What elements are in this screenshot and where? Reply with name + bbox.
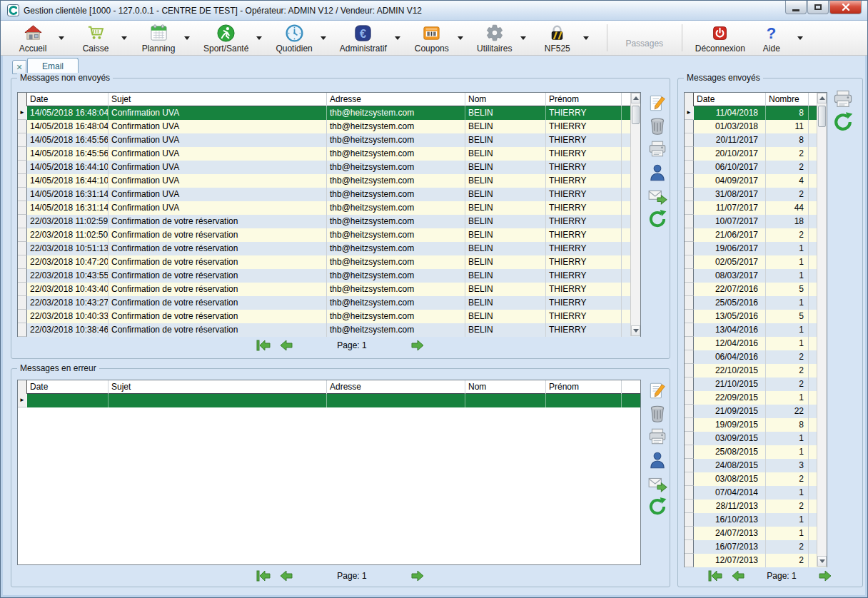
administratif-dropdown-arrow[interactable] [391, 21, 404, 55]
table-row[interactable]: 14/05/2018 16:31:14Confirmation UVAthb@h… [18, 201, 640, 215]
toolbar-coupons-button[interactable]: Coupons [410, 21, 454, 55]
table-row[interactable]: 22/07/20165 [685, 283, 827, 296]
table-row[interactable]: 22/03/2018 11:02:59Confirmation de votre… [18, 215, 640, 228]
table-row[interactable]: 13/04/20161 [685, 323, 827, 337]
first-page-button[interactable] [254, 338, 273, 353]
column-header[interactable]: Date [27, 93, 108, 106]
table-row[interactable]: 14/05/2018 16:45:56Confirmation UVAthb@h… [18, 147, 640, 161]
prev-page-button[interactable] [729, 568, 747, 584]
table-row[interactable]: 16/10/20131 [685, 513, 827, 527]
column-header[interactable]: Adresse [327, 380, 465, 394]
table-row[interactable]: ►11/04/20188 [685, 106, 827, 120]
prev-page-button[interactable] [277, 568, 296, 584]
table-row[interactable]: 01/03/201811 [685, 120, 827, 133]
column-header[interactable]: Nom [465, 93, 546, 106]
print-button[interactable] [832, 88, 854, 110]
toolbar-sport-sante-button[interactable]: Sport/Santé [199, 21, 253, 55]
scroll-down-button[interactable] [817, 556, 827, 567]
table-row[interactable]: 06/04/20162 [685, 350, 827, 364]
planning-dropdown-arrow[interactable] [181, 21, 193, 55]
table-row[interactable]: 10/07/201718 [685, 215, 827, 228]
table-row[interactable]: 19/06/20171 [685, 242, 827, 255]
table-row[interactable]: 22/10/20152 [685, 364, 827, 377]
caisse-dropdown-arrow[interactable] [118, 21, 131, 55]
toolbar-administratif-button[interactable]: € Administratif [335, 21, 391, 55]
table-row[interactable]: 22/03/2018 10:47:20Confirmation de votre… [18, 255, 640, 269]
close-button[interactable] [829, 1, 862, 14]
next-page-button[interactable] [816, 568, 834, 584]
table-row[interactable]: ►14/05/2018 16:48:04Confirmation UVAthb@… [18, 106, 640, 120]
table-row[interactable]: 13/05/20165 [685, 310, 827, 323]
scroll-up-button[interactable] [631, 93, 640, 103]
quotidien-dropdown-arrow[interactable] [317, 21, 330, 55]
column-header[interactable]: Nom [465, 380, 546, 394]
table-row[interactable]: 02/05/20171 [685, 255, 827, 269]
table-row[interactable]: 03/08/20152 [685, 472, 827, 486]
refresh-button[interactable] [647, 208, 668, 230]
table-row[interactable]: 22/03/2018 11:02:50Confirmation de votre… [18, 228, 640, 242]
table-row[interactable]: 22/03/2018 10:40:33Confirmation de votre… [18, 310, 640, 323]
table-row[interactable]: 22/03/2018 10:43:40Confirmation de votre… [18, 283, 640, 296]
table-row[interactable]: 31/08/20172 [685, 188, 827, 201]
maximize-button[interactable] [807, 1, 829, 14]
first-page-button[interactable] [254, 568, 273, 584]
prev-page-button[interactable] [277, 338, 296, 353]
minimize-button[interactable] [785, 1, 807, 14]
scroll-down-button[interactable] [631, 325, 640, 336]
tab-email[interactable]: Email [27, 58, 79, 74]
table-row[interactable]: 12/04/20161 [685, 337, 827, 350]
table-row[interactable]: 22/03/2018 10:51:13Confirmation de votre… [18, 242, 640, 255]
first-page-button[interactable] [706, 568, 725, 584]
scroll-thumb[interactable] [818, 106, 826, 127]
column-header[interactable]: Nombre [766, 93, 809, 106]
table-row[interactable]: 22/03/2018 10:43:55Confirmation de votre… [18, 269, 640, 283]
toolbar-planning-button[interactable]: Planning [136, 21, 181, 55]
table-row[interactable]: 08/03/20171 [685, 269, 827, 283]
client-button[interactable] [647, 162, 668, 183]
toolbar-quotidien-button[interactable]: Quotidien [271, 21, 316, 55]
table-row[interactable]: 20/11/20178 [685, 133, 827, 147]
toolbar-caisse-button[interactable]: Caisse [74, 21, 118, 55]
toolbar-accueil-button[interactable]: Accueil [11, 21, 55, 55]
tab-close-button[interactable]: ✕ [12, 60, 26, 74]
table-row[interactable]: ► [18, 394, 640, 407]
toolbar-nf525-button[interactable]: NF525 [535, 21, 580, 55]
delete-button[interactable] [647, 116, 668, 137]
table-row[interactable]: 21/10/20152 [685, 377, 827, 391]
table-row[interactable]: 21/09/201522 [685, 405, 827, 418]
table-row[interactable]: 12/07/20132 [685, 554, 827, 567]
refresh-button[interactable] [832, 111, 854, 133]
scroll-thumb[interactable] [632, 106, 640, 124]
column-header[interactable]: Sujet [108, 93, 327, 106]
client-button[interactable] [647, 450, 668, 471]
table-row[interactable]: 14/05/2018 16:31:14Confirmation UVAthb@h… [18, 188, 640, 201]
send-mail-button[interactable] [647, 186, 668, 207]
table-row[interactable]: 21/06/20172 [685, 228, 827, 242]
table-row[interactable]: 24/08/20153 [685, 459, 827, 472]
unsent-scrollbar[interactable] [630, 93, 640, 336]
delete-button[interactable] [647, 403, 668, 425]
scroll-up-button[interactable] [817, 93, 827, 103]
table-row[interactable]: 28/11/20132 [685, 500, 827, 513]
refresh-button[interactable] [647, 496, 668, 517]
utilitaires-dropdown-arrow[interactable] [517, 21, 530, 55]
nf525-dropdown-arrow[interactable] [580, 21, 592, 55]
column-header[interactable]: Adresse [327, 93, 465, 106]
column-header[interactable]: Prénom [546, 93, 622, 106]
edit-button[interactable] [647, 93, 668, 114]
table-row[interactable]: 25/05/20161 [685, 296, 827, 310]
table-row[interactable]: 06/10/20172 [685, 161, 827, 174]
table-row[interactable]: 20/10/20172 [685, 147, 827, 161]
table-row[interactable]: 22/09/20151 [685, 391, 827, 405]
send-mail-button[interactable] [647, 473, 668, 495]
column-header[interactable]: Date [694, 93, 766, 106]
table-row[interactable]: 03/09/20151 [685, 432, 827, 445]
table-row[interactable]: 25/08/20151 [685, 445, 827, 459]
table-row[interactable]: 19/09/20158 [685, 418, 827, 432]
column-header[interactable]: Date [27, 380, 108, 394]
next-page-button[interactable] [408, 338, 427, 353]
table-row[interactable]: 22/03/2018 10:38:46Confirmation de votre… [18, 323, 640, 337]
coupons-dropdown-arrow[interactable] [454, 21, 467, 55]
table-row[interactable]: 24/07/20131 [685, 527, 827, 540]
table-row[interactable]: 14/05/2018 16:48:04Confirmation UVAthb@h… [18, 120, 640, 133]
